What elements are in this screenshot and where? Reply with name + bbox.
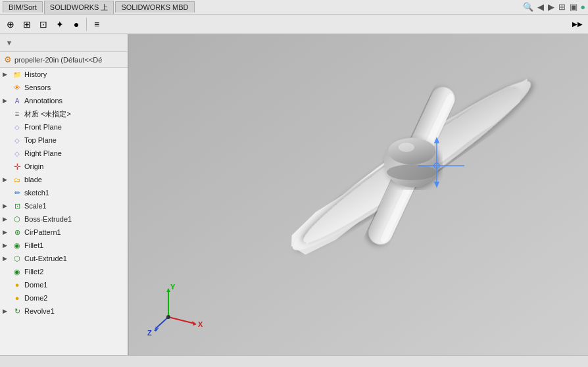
toolbar-btn-3[interactable]: ⊡ <box>36 16 51 32</box>
tree-item-history[interactable]: ▶ 📁 History <box>0 68 128 81</box>
tree-item-fillet2[interactable]: ◉ Fillet2 <box>0 265 128 278</box>
svg-text:Y: Y <box>170 283 176 291</box>
model-icon: ⚙ <box>4 55 12 64</box>
revolve-icon: ↻ <box>12 306 22 316</box>
tree-item-origin[interactable]: ✛ Origin <box>0 160 128 173</box>
expand-arrow-blade[interactable]: ▶ <box>3 176 12 183</box>
search-icon[interactable]: 🔍 <box>523 2 533 12</box>
annotations-icon: A <box>12 95 22 106</box>
model-title: ⚙ propeller-20in (Défaut<<Dé <box>0 52 128 68</box>
svg-text:X: X <box>198 320 203 328</box>
svg-text:Z: Z <box>147 329 152 337</box>
boss-extrude-icon: ⬡ <box>12 214 22 224</box>
tree-item-sketch1[interactable]: ✏ sketch1 <box>0 186 128 199</box>
origin-icon: ✛ <box>12 161 22 172</box>
3d-viewport[interactable]: Y X Z <box>129 34 588 355</box>
feature-tree-sidebar: ▼ ⚙ propeller-20in (Défaut<<Dé ▶ 📁 Histo… <box>0 34 129 355</box>
toolbar-btn-2[interactable]: ⊞ <box>19 16 35 32</box>
filter-icon: ▼ <box>6 39 13 47</box>
expand-arrow-annotations[interactable]: ▶ <box>3 97 12 104</box>
tab-bim[interactable]: BIM/Sort <box>3 1 43 12</box>
tree-item-dome1[interactable]: ● Dome1 <box>0 278 128 291</box>
tree-item-dome2[interactable]: ● Dome2 <box>0 291 128 305</box>
toolbar-btn-expand[interactable]: ▶▶ <box>570 16 585 32</box>
toolbar-btn-6[interactable]: ≡ <box>89 16 105 32</box>
tree-item-boss-extrude1[interactable]: ▶ ⬡ Boss-Extrude1 <box>0 212 128 226</box>
dome2-icon: ● <box>12 293 22 303</box>
toolbar-btn-1[interactable]: ⊕ <box>3 16 18 32</box>
propeller-scene-svg: Y X Z <box>129 34 588 355</box>
expand-arrow-boss-extrude1[interactable]: ▶ <box>3 216 12 222</box>
toolbar-btn-5[interactable]: ● <box>68 16 84 32</box>
sidebar-resize-handle[interactable] <box>125 34 128 355</box>
main-area: ▼ ⚙ propeller-20in (Défaut<<Dé ▶ 📁 Histo… <box>0 34 588 355</box>
svg-point-25 <box>166 315 170 319</box>
tree-item-cirpattern1[interactable]: ▶ ⊛ CirPattern1 <box>0 226 128 239</box>
grid-icon[interactable]: ⊞ <box>558 2 566 12</box>
svg-point-9 <box>399 143 414 152</box>
dome1-icon: ● <box>12 280 22 290</box>
tree-item-revolve1[interactable]: ▶ ↻ Revolve1 <box>0 305 128 318</box>
expand-arrow-cut-extrude1[interactable]: ▶ <box>3 255 12 262</box>
feature-tree: ▶ 📁 History 👁 Sensors ▶ A Annotations ≡ … <box>0 68 128 355</box>
toolbar-sep-1 <box>86 18 87 31</box>
tree-item-top-plane[interactable]: ◇ Top Plane <box>0 134 128 147</box>
folder-icon-blade: 🗂 <box>12 174 22 185</box>
tab-sw[interactable]: SOLIDWORKS 上 <box>44 1 114 14</box>
icon-toolbar: ⊕ ⊞ ⊡ ✦ ● ≡ ▶▶ <box>0 14 588 34</box>
svg-point-10 <box>387 164 437 180</box>
sketch-icon: ✏ <box>12 187 22 198</box>
expand-arrow-fillet1[interactable]: ▶ <box>3 242 12 249</box>
tree-item-material[interactable]: ≡ 材质 <未指定> <box>0 107 128 120</box>
nav-forward-icon[interactable]: ▶ <box>548 2 554 12</box>
status-bar <box>0 355 588 367</box>
plane-icon-front: ◇ <box>12 122 22 132</box>
toolbar-btn-4[interactable]: ✦ <box>52 16 68 32</box>
tree-item-front-plane[interactable]: ◇ Front Plane <box>0 120 128 134</box>
expand-arrow-scale1[interactable]: ▶ <box>3 203 12 209</box>
tree-item-cut-extrude1[interactable]: ▶ ⬡ Cut-Extrude1 <box>0 252 128 265</box>
tree-item-annotations[interactable]: ▶ A Annotations <box>0 94 128 107</box>
tab-mbd[interactable]: SOLIDWORKS MBD <box>115 1 194 12</box>
tree-item-scale1[interactable]: ▶ ⊡ Scale1 <box>0 199 128 212</box>
tree-item-blade[interactable]: ▶ 🗂 blade <box>0 173 128 186</box>
cut-extrude-icon: ⬡ <box>12 253 22 264</box>
fillet2-icon: ◉ <box>12 266 22 277</box>
nav-icon[interactable]: ◀ <box>537 2 544 12</box>
plane-icon-right: ◇ <box>12 148 22 159</box>
top-tabs: BIM/Sort SOLIDWORKS 上 SOLIDWORKS MBD 🔍 ◀… <box>0 0 588 14</box>
expand-arrow-history[interactable]: ▶ <box>3 71 12 78</box>
expand-arrow-cirpattern1[interactable]: ▶ <box>3 229 12 235</box>
tree-item-fillet1[interactable]: ▶ ◉ Fillet1 <box>0 239 128 252</box>
svg-point-8 <box>388 138 435 164</box>
tree-item-sensors[interactable]: 👁 Sensors <box>0 81 128 94</box>
expand-arrow-revolve1[interactable]: ▶ <box>3 308 12 314</box>
sensor-icon: 👁 <box>12 82 22 93</box>
plane-icon-top: ◇ <box>12 135 22 145</box>
cirpattern-icon: ⊛ <box>12 227 22 237</box>
material-icon: ≡ <box>12 109 22 119</box>
folder-icon-history: 📁 <box>12 69 22 80</box>
filter-btn[interactable]: ▼ <box>3 36 16 49</box>
display-icon[interactable]: ▣ <box>570 2 577 12</box>
scale-icon: ⊡ <box>12 201 22 211</box>
status-indicator: ● <box>580 2 585 12</box>
fillet1-icon: ◉ <box>12 240 22 251</box>
tree-item-right-plane[interactable]: ◇ Right Plane <box>0 147 128 160</box>
